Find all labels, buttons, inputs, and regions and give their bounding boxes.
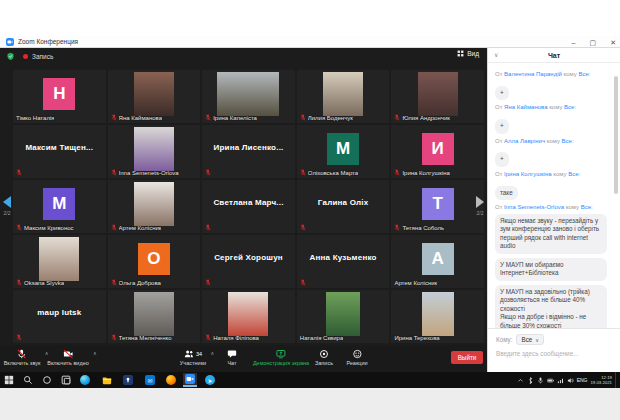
chat-message-bubble: + bbox=[495, 152, 509, 167]
participant-name: Ирина Терехова bbox=[394, 335, 439, 341]
video-off-icon bbox=[63, 348, 73, 359]
participant-tile[interactable]: Светлана Марч... bbox=[202, 180, 295, 233]
muted-mic-icon bbox=[205, 279, 211, 286]
muted-mic-icon bbox=[300, 224, 306, 231]
participant-tile[interactable]: ИІрина Колгушкіна bbox=[391, 125, 484, 178]
chat-message: + bbox=[495, 114, 610, 134]
bluetooth-icon[interactable] bbox=[527, 377, 534, 384]
network-icon[interactable] bbox=[557, 377, 564, 384]
participant-tile[interactable]: Яна Кайманова bbox=[108, 70, 201, 123]
chat-message-bubble: + bbox=[495, 119, 509, 134]
record-icon bbox=[319, 348, 329, 359]
participant-tile[interactable]: Oksana Slyvka bbox=[13, 235, 106, 288]
send-to-dropdown[interactable]: Все ∨ bbox=[516, 334, 544, 345]
previous-page-arrow[interactable]: 2/2 bbox=[1, 196, 13, 216]
participant-tile[interactable]: МОліховська Марта bbox=[297, 125, 390, 178]
participant-tile[interactable]: Тетяна Мелніченко bbox=[108, 290, 201, 343]
participant-tile[interactable]: Ирина Терехова bbox=[391, 290, 484, 343]
participant-tile[interactable]: Максим Тищен... bbox=[13, 125, 106, 178]
participant-tile[interactable]: Сергей Хорошун bbox=[202, 235, 295, 288]
taskbar-app-task-view[interactable] bbox=[59, 373, 73, 387]
chat-message-sender: От Яна Кайманова кому Все: bbox=[495, 104, 610, 112]
chevron-up-icon[interactable]: ∧ bbox=[93, 350, 97, 356]
volume-icon[interactable] bbox=[567, 377, 574, 384]
participant-name: Сергей Хорошун bbox=[202, 253, 295, 262]
letter-avatar: М bbox=[327, 133, 359, 165]
taskbar-app-start[interactable] bbox=[2, 373, 16, 387]
clock-date: 19.03.2021 bbox=[590, 380, 612, 385]
taskbar-app-mail[interactable]: ✉ bbox=[143, 373, 157, 387]
taskbar-app-edge[interactable] bbox=[78, 373, 92, 387]
chevron-down-icon[interactable]: ∨ bbox=[494, 51, 498, 58]
battery-icon[interactable] bbox=[547, 377, 554, 384]
close-button[interactable]: ✕ bbox=[610, 39, 616, 46]
chat-message-sender: От Inna Semenets-Orlova кому Все: bbox=[495, 204, 610, 212]
chevron-up-icon[interactable] bbox=[517, 377, 524, 384]
muted-mic-icon bbox=[16, 279, 22, 286]
taskbar-app-zoom[interactable] bbox=[183, 373, 197, 387]
participant-tile[interactable]: ООльга Доброва bbox=[108, 235, 201, 288]
toolbar-button-участники[interactable]: 34Участники∧ bbox=[180, 348, 206, 366]
participant-tile[interactable]: Наталя Філіпова bbox=[202, 290, 295, 343]
video-thumbnail bbox=[326, 292, 360, 336]
participant-tile[interactable]: MМаксим Кривонос bbox=[13, 180, 106, 233]
toolbar-button-чат[interactable]: Чат bbox=[227, 348, 237, 366]
participant-grid: НТімко НаталіяЯна КаймановаІрина Капеліс… bbox=[13, 70, 484, 344]
sender-name: Inna Semenets-Orlova bbox=[504, 204, 566, 210]
muted-mic-icon bbox=[111, 279, 117, 286]
telegram-icon: ➤ bbox=[205, 375, 215, 385]
participant-tile[interactable]: Ірина Капеліста bbox=[202, 70, 295, 123]
taskbar-app-firefox[interactable] bbox=[164, 373, 178, 387]
chevron-up-icon[interactable]: ∧ bbox=[210, 350, 214, 356]
toolbar-button-включить-звук[interactable]: Включить звук∧ bbox=[4, 348, 41, 366]
taskbar-app-file-explorer[interactable] bbox=[100, 373, 114, 387]
chat-message: + bbox=[495, 81, 610, 101]
participant-tile[interactable]: Артем Колісник bbox=[108, 180, 201, 233]
recipient-name: Все: bbox=[568, 171, 580, 177]
participant-tile[interactable]: maup lutsk bbox=[13, 290, 106, 343]
toolbar-button-реакции[interactable]: Реакции bbox=[346, 348, 367, 366]
chat-message-bubble: У МАУП ми обираємо Інтернет+Бібліотека bbox=[495, 258, 607, 281]
file-explorer-icon bbox=[102, 375, 112, 385]
sender-name: Ірина Колгушкіна bbox=[504, 171, 553, 177]
from-word: От bbox=[495, 171, 504, 177]
minimize-button[interactable]: – bbox=[572, 39, 576, 46]
muted-mic-icon bbox=[205, 224, 211, 231]
participant-tile[interactable]: Галина Оліх bbox=[297, 180, 390, 233]
chat-scrollbar[interactable] bbox=[614, 76, 618, 194]
participant-tile[interactable]: Наталія Сквира bbox=[297, 290, 390, 343]
taskbar-app-cortana[interactable] bbox=[40, 373, 54, 387]
taskbar-app-search[interactable] bbox=[21, 373, 35, 387]
share-screen-icon bbox=[276, 348, 286, 359]
participant-label: Ольга Доброва bbox=[111, 279, 161, 286]
participant-tile[interactable]: НТімко Наталія bbox=[13, 70, 106, 123]
from-word: От bbox=[495, 71, 504, 77]
participant-tile[interactable]: Ирина Лисенко... bbox=[202, 125, 295, 178]
chat-message: таке bbox=[495, 181, 610, 201]
leave-meeting-button[interactable]: Выйти bbox=[451, 351, 483, 364]
next-page-arrow[interactable]: 2/2 bbox=[474, 196, 486, 216]
toolbar-button-демонстрация-экрана[interactable]: Демонстрация экрана bbox=[253, 348, 309, 366]
taskbar-clock[interactable]: 12:19 19.03.2021 bbox=[590, 375, 612, 386]
participant-tile[interactable]: Лилия Боденчук bbox=[297, 70, 390, 123]
show-desktop-button[interactable] bbox=[615, 372, 618, 388]
taskbar-app-privacy-app[interactable] bbox=[121, 373, 135, 387]
maximize-button[interactable]: ▢ bbox=[590, 39, 597, 46]
toolbar-button-запись[interactable]: Запись bbox=[315, 348, 333, 366]
participant-tile[interactable]: ТТетяна Соболь bbox=[391, 180, 484, 233]
participant-name: maup lutsk bbox=[13, 308, 106, 317]
participant-tile[interactable]: Анна Кузьменко bbox=[297, 235, 390, 288]
privacy-app-icon bbox=[123, 375, 133, 385]
participant-label: Максим Кривонос bbox=[16, 224, 74, 231]
participant-name: Артем Колісник bbox=[394, 280, 437, 286]
toolbar-button-включить-видео[interactable]: Включить видео∧ bbox=[47, 348, 89, 366]
participant-tile[interactable]: ААртем Колісник bbox=[391, 235, 484, 288]
security-shield-icon[interactable] bbox=[6, 52, 15, 61]
message-input[interactable]: Введите здесь сообщение... bbox=[496, 350, 612, 357]
language-indicator[interactable]: ENG bbox=[577, 377, 588, 383]
taskbar-app-telegram[interactable]: ➤ bbox=[203, 373, 217, 387]
microphone-icon[interactable] bbox=[537, 377, 544, 384]
participant-tile[interactable]: Inna Semenets-Orlova bbox=[108, 125, 201, 178]
view-button[interactable]: Вид bbox=[457, 50, 479, 57]
participant-tile[interactable]: Юлия Андрончик bbox=[391, 70, 484, 123]
